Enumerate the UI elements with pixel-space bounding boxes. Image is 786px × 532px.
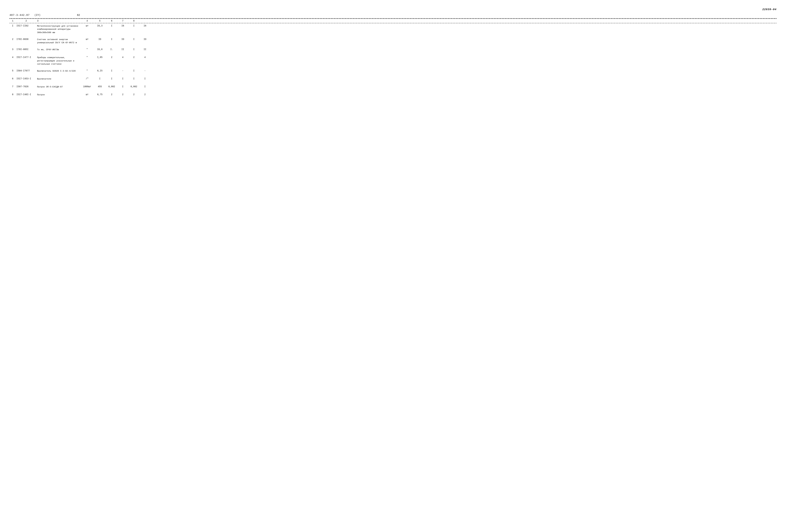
row-col8: - — [139, 70, 151, 72]
row-col8: 2 — [139, 93, 151, 96]
row-col5: 2 — [106, 93, 117, 96]
row-col7: I — [128, 25, 139, 27]
row-col5: I — [106, 38, 117, 41]
column-headers: 1 2 3 4 5 6 7 8 — [9, 19, 777, 23]
header-code: 407-3-442.87 — [9, 14, 30, 17]
table-row: 2 I70I-8038 Счетчик активной энергии уни… — [9, 37, 777, 45]
row-col5: 2 — [106, 56, 117, 58]
row-col7: I — [128, 70, 139, 72]
row-col6: I6 — [117, 25, 128, 27]
row-col8: I6 — [139, 25, 151, 27]
col-header-6: 6 — [106, 20, 117, 22]
row-col7: 2 — [128, 93, 139, 96]
row-num: 8 — [9, 93, 16, 96]
doc-number: 22039-04 — [9, 8, 777, 11]
col-header-4: 4 — [81, 20, 93, 22]
row-num: 5 — [9, 70, 16, 72]
row-desc: Патрон — [37, 93, 81, 96]
row-code: I507-7026 — [16, 85, 37, 88]
row-col8: IO — [139, 38, 151, 41]
row-code: I5I7-I48I-I — [16, 93, 37, 96]
row-unit: " — [81, 56, 93, 58]
col-header-1: 1 — [9, 20, 16, 22]
row-unit: шт — [81, 25, 93, 27]
row-col7: I — [128, 77, 139, 80]
row-qty: 0,I5 — [93, 70, 106, 72]
row-col5: I. — [106, 48, 117, 51]
row-unit: /" — [81, 77, 93, 80]
header-page: 82 — [77, 14, 80, 17]
row-desc: Приборы измерительные, регистрирующие ук… — [37, 56, 81, 66]
row-desc: Выключатель 02020 С-3-02-4/220 — [37, 70, 81, 73]
row-col7: 0,002 — [128, 85, 139, 88]
row-qty: I,85 — [93, 56, 106, 58]
table-row: I I5I7-II02 Металлоконструкции для устан… — [9, 23, 777, 35]
row-qty: I — [93, 77, 106, 80]
row-num: 7 — [9, 85, 16, 88]
row-col6: II — [117, 48, 128, 51]
row-unit: 1000шт — [81, 85, 93, 88]
row-col5: I — [106, 70, 117, 72]
col-header-5: 5 — [93, 20, 106, 22]
row-col8: 4 — [139, 56, 151, 58]
header-section: (IY) — [34, 14, 40, 17]
row-code: I504-I7077 — [16, 70, 37, 72]
table-row: 4 I5I7-I477-I Приборы измерительные, рег… — [9, 55, 777, 67]
row-qty: 0,75 — [93, 93, 106, 96]
row-desc: Металлоконструкции для установки комбини… — [37, 25, 81, 34]
row-unit: шт — [81, 38, 93, 41]
table-row: 7 I507-7026 Патрон ЭП-5-Е4СДИ-07 1000шт … — [9, 84, 777, 90]
table-row: 8 I5I7-I48I-I Патрон шт 0,75 2 2 2 2 — [9, 92, 777, 98]
row-num: 6 — [9, 77, 16, 80]
row-unit: " — [81, 70, 93, 72]
row-desc: Патрон ЭП-5-Е4СДИ-07 — [37, 85, 81, 89]
col-header-7: 7 — [117, 20, 128, 22]
row-num: 3 — [9, 48, 16, 51]
table-row: 3 I70I-805I То же, СР4У-И673м " IO,8 I. … — [9, 47, 777, 53]
row-num: I — [9, 25, 16, 27]
row-qty: IO — [93, 38, 106, 41]
row-code: I5I7-II02 — [16, 25, 37, 27]
row-num: 2 — [9, 38, 16, 41]
row-col7: I — [128, 48, 139, 51]
row-col8: I — [139, 85, 151, 88]
row-desc: Выключатели — [37, 77, 81, 80]
row-col6: - — [117, 70, 128, 72]
row-col7: I — [128, 38, 139, 41]
row-desc: Счетчик активной энергии универсальный С… — [37, 38, 81, 45]
row-qty: IO,8 — [93, 48, 106, 51]
row-col8: I — [139, 77, 151, 80]
col-header-3: 3 — [37, 20, 81, 22]
row-col5: I — [106, 25, 117, 27]
row-code: I5I7-I453-I — [16, 77, 37, 80]
row-col6: 2 — [117, 93, 128, 96]
row-col5: 0,002 — [106, 85, 117, 88]
row-col8: II — [139, 48, 151, 51]
row-qty: I6,3 — [93, 25, 106, 27]
row-num: 4 — [9, 56, 16, 58]
table-body: I I5I7-II02 Металлоконструкции для устан… — [9, 23, 777, 100]
col-header-8: 8 — [128, 20, 139, 22]
table-row: 5 I504-I7077 Выключатель 02020 С-3-02-4/… — [9, 68, 777, 75]
row-col7: 2 — [128, 56, 139, 58]
col-header-2: 2 — [16, 20, 37, 22]
row-unit: " — [81, 48, 93, 51]
row-qty: 455 — [93, 85, 106, 88]
row-unit: шт — [81, 93, 93, 96]
row-col6: I — [117, 85, 128, 88]
row-col6: 4 — [117, 56, 128, 58]
row-code: I70I-8038 — [16, 38, 37, 41]
row-code: I5I7-I477-I — [16, 56, 37, 58]
row-col6: I — [117, 77, 128, 80]
row-desc: То же, СР4У-И673м — [37, 48, 81, 51]
row-col5: I — [106, 77, 117, 80]
row-code: I70I-805I — [16, 48, 37, 51]
row-col6: IO — [117, 38, 128, 41]
table-row: 6 I5I7-I453-I Выключатели /" I I I I I — [9, 76, 777, 82]
